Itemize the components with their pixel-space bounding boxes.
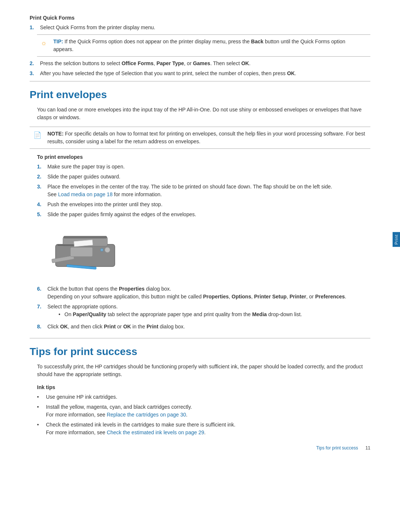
env-step-1-text: Make sure the paper tray is open.: [47, 163, 125, 171]
printer-illustration: [37, 226, 119, 278]
divider-2: [30, 338, 370, 338]
env-step-2-text: Slide the paper guides outward.: [47, 173, 120, 181]
step-2-text: Press the selction buttons to select Off…: [40, 60, 250, 67]
ink-bullet-1: •: [37, 393, 44, 401]
properties-bold-1: Properties: [119, 286, 144, 292]
ink-tip-3: • Check the estimated ink levels in the …: [37, 421, 370, 436]
print-envelopes-intro: You can load one or more envelopes into …: [30, 106, 370, 121]
env-step-8-num: 8.: [37, 323, 46, 331]
media-bold: Media: [252, 311, 267, 317]
print-quick-forms-steps: 1. Select Quick Forms from the printer d…: [30, 24, 370, 31]
tip-icon: ☼: [41, 38, 50, 48]
env-step-8: 8. Click OK, and then click Print or OK …: [37, 323, 370, 331]
step-3-text: After you have selected the type of Sele…: [40, 70, 296, 77]
env-step-5-num: 5.: [37, 211, 46, 218]
page-footer: Tips for print success 11: [316, 445, 370, 451]
env-step-3: 3. Place the envelopes in the center of …: [37, 183, 370, 198]
env-step-2-num: 2.: [37, 173, 46, 181]
printer-svg: [44, 226, 126, 278]
svg-point-5: [100, 248, 103, 251]
env-step-1-num: 1.: [37, 163, 46, 171]
print-bold-1: Print: [104, 324, 116, 329]
env-step-4-num: 4.: [37, 201, 46, 208]
sub-1-text: On Paper/Quality tab select the appropri…: [64, 311, 302, 318]
ok-bold-3: OK: [287, 70, 295, 76]
print-envelopes-heading: Print envelopes: [30, 89, 370, 101]
env-step-5: 5. Slide the paper guides firmly against…: [37, 211, 370, 218]
footer-page-number: 11: [366, 445, 370, 451]
tip-box: ☼ TIP: If the Quick Forms option does no…: [37, 34, 370, 57]
ink-bullet-3: •: [37, 421, 44, 436]
ink-tips-list: • Use genuine HP ink cartridges. • Insta…: [30, 393, 370, 436]
ok-bold-2: OK: [241, 60, 249, 66]
step-2: 2. Press the selction buttons to select …: [30, 60, 370, 67]
ink-tip-3-text: Check the estimated ink levels in the ca…: [46, 421, 236, 436]
ink-tip-1: • Use genuine HP ink cartridges.: [37, 393, 370, 401]
preferences-bold: Preferences: [315, 294, 345, 300]
divider-1: [30, 81, 370, 81]
tips-heading: Tips for print success: [30, 346, 370, 358]
note-label: NOTE:: [47, 131, 65, 137]
env-step-7-subitems: • On Paper/Quality tab select the approp…: [47, 311, 302, 318]
sub-bullet-1: •: [59, 311, 64, 318]
env-step-3-sub: See Load media on page 18 for more infor…: [47, 191, 162, 197]
side-tab: Print: [393, 232, 400, 247]
step-1-text: Select Quick Forms from the printer disp…: [40, 24, 155, 31]
replace-cartridges-link[interactable]: Replace the cartridges on page 30: [107, 412, 186, 418]
ink-bullet-2: •: [37, 403, 44, 419]
ok-bold-4: OK: [60, 324, 68, 329]
print-quick-forms-heading: Print Quick Forms: [30, 15, 370, 21]
env-step-4: 4. Push the envelopes into the printer u…: [37, 201, 370, 208]
env-step-7-sub-1: • On Paper/Quality tab select the approp…: [59, 311, 302, 318]
step-3-num: 3.: [30, 70, 39, 77]
env-step-6: 6. Click the button that opens the Prope…: [37, 285, 370, 301]
tip-bold-back: Back: [251, 39, 263, 44]
step-1: 1. Select Quick Forms from the printer d…: [30, 24, 370, 31]
env-step-2: 2. Slide the paper guides outward.: [37, 173, 370, 181]
note-text: NOTE: For specific details on how to for…: [47, 130, 367, 145]
env-step-5-text: Slide the paper guides firmly against th…: [47, 211, 196, 218]
print-quick-forms-section: Print Quick Forms 1. Select Quick Forms …: [30, 15, 370, 77]
svg-rect-7: [70, 247, 93, 257]
env-step-3-num: 3.: [37, 183, 46, 198]
ink-tip-2: • Install the yellow, magenta, cyan, and…: [37, 403, 370, 419]
print-envelopes-section: Print envelopes You can load one or more…: [30, 89, 370, 331]
env-step-4-text: Push the envelopes into the printer unti…: [47, 201, 163, 208]
tip-text: TIP: If the Quick Forms option does not …: [53, 38, 367, 53]
note-body: For specific details on how to format te…: [47, 131, 365, 144]
envelope-steps: 1. Make sure the paper tray is open. 2. …: [30, 163, 370, 218]
page-content: Print Quick Forms 1. Select Quick Forms …: [0, 0, 400, 462]
games-bold: Games: [193, 60, 210, 66]
step-3: 3. After you have selected the type of S…: [30, 70, 370, 77]
env-step-3-text: Place the envelopes in the center of the…: [47, 183, 332, 198]
env-step-6-text: Click the button that opens the Properti…: [47, 285, 346, 301]
paper-quality-bold: Paper/Quality: [73, 311, 106, 317]
printer-setup-bold: Printer Setup: [254, 294, 287, 300]
env-step-6-num: 6.: [37, 285, 46, 301]
tip-label: TIP:: [53, 39, 63, 44]
properties-bold-2: Properties: [203, 294, 229, 300]
envelope-steps-2: 6. Click the button that opens the Prope…: [30, 285, 370, 331]
tips-intro: To successfully print, the HP cartridges…: [30, 363, 370, 378]
step-2-num: 2.: [30, 60, 39, 67]
step-1-num: 1.: [30, 24, 39, 31]
svg-rect-6: [64, 236, 107, 238]
paper-type-bold: Paper Type: [156, 60, 184, 66]
load-media-link[interactable]: Load media on page 18: [58, 191, 113, 197]
check-ink-levels-link[interactable]: Check the estimated ink levels on page 2…: [107, 429, 204, 435]
tip-body: If the Quick Forms option does not appea…: [53, 39, 345, 52]
print-quick-forms-steps-2: 2. Press the selction buttons to select …: [30, 60, 370, 77]
note-icon: 📄: [33, 130, 44, 140]
footer-section-link[interactable]: Tips for print success: [316, 445, 358, 451]
ink-tip-1-text: Use genuine HP ink cartridges.: [46, 393, 117, 401]
env-step-7-num: 7.: [37, 303, 46, 321]
to-print-envelopes-heading: To print envelopes: [30, 154, 370, 160]
note-box: 📄 NOTE: For specific details on how to f…: [30, 127, 370, 149]
ok-bold-5: OK: [123, 324, 131, 329]
ink-tips-heading: Ink tips: [30, 384, 370, 390]
tips-section: Tips for print success To successfully p…: [30, 346, 370, 436]
env-step-7-text: Select the appropriate options. • On Pap…: [47, 303, 302, 321]
env-step-8-text: Click OK, and then click Print or OK in …: [47, 323, 185, 331]
printer-bold: Printer: [290, 294, 306, 300]
side-tab-wrapper: Print: [393, 232, 400, 247]
